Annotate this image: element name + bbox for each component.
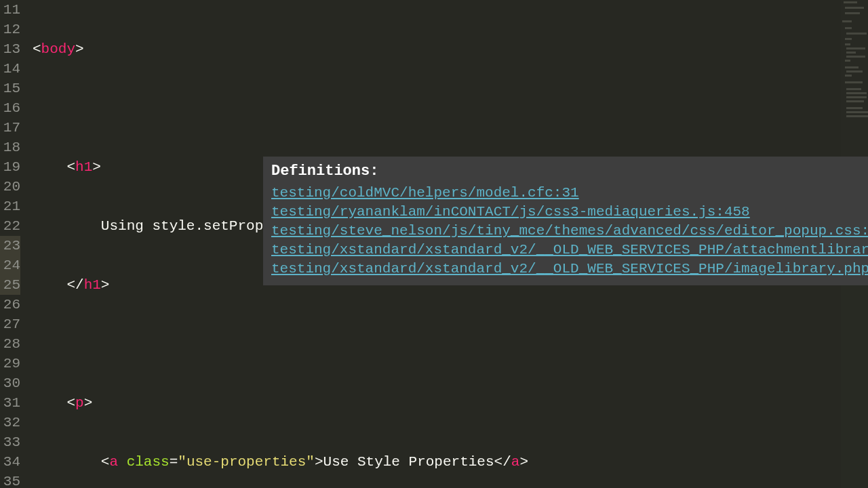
line-number: 32 — [0, 413, 20, 432]
code-line[interactable]: <body> — [33, 39, 868, 59]
tag-a-close: a — [511, 454, 520, 470]
line-number: 27 — [0, 314, 20, 334]
line-number: 28 — [0, 334, 20, 354]
text-content: Use Style Properties — [323, 454, 494, 470]
line-number: 25 — [0, 275, 20, 295]
code-line[interactable] — [33, 334, 868, 354]
line-number: 18 — [0, 138, 20, 157]
definitions-popup: Definitions: testing/coldMVC/helpers/mod… — [263, 157, 868, 285]
line-number: 12 — [0, 20, 20, 39]
attr-value: "use-properties" — [178, 454, 315, 470]
attr-class: class — [127, 454, 170, 470]
line-number: 33 — [0, 432, 20, 452]
tag-p: p — [75, 395, 84, 411]
line-number: 26 — [0, 295, 20, 314]
definition-link[interactable]: testing/steve_nelson/js/tiny_mce/themes/… — [271, 222, 868, 241]
line-number: 29 — [0, 354, 20, 373]
definition-link[interactable]: testing/xstandard/xstandard_v2/__OLD_WEB… — [271, 260, 868, 279]
line-number: 19 — [0, 157, 20, 177]
line-number: 35 — [0, 472, 20, 488]
line-number: 34 — [0, 452, 20, 472]
line-number: 30 — [0, 373, 20, 393]
popup-title: Definitions: — [271, 162, 868, 181]
code-editor[interactable]: 11 12 13 14 15 16 17 18 19 20 21 22 23 2… — [0, 0, 868, 488]
line-number: 21 — [0, 197, 20, 216]
line-number: 17 — [0, 118, 20, 138]
line-number: 31 — [0, 393, 20, 413]
tag-a: a — [109, 454, 118, 470]
code-line[interactable]: <a class="use-properties">Use Style Prop… — [33, 452, 868, 472]
line-number: 15 — [0, 79, 20, 98]
code-line[interactable] — [33, 98, 868, 118]
line-number: 13 — [0, 39, 20, 59]
tag-body: body — [41, 41, 75, 57]
definition-link[interactable]: testing/coldMVC/helpers/model.cfc:31 — [271, 184, 868, 203]
tag-h1: h1 — [75, 159, 92, 175]
definition-link[interactable]: testing/ryananklam/inCONTACT/js/css3-med… — [271, 203, 868, 222]
line-number: 24 — [0, 256, 20, 275]
line-number: 14 — [0, 59, 20, 79]
line-number: 20 — [0, 177, 20, 197]
code-line[interactable]: <p> — [33, 393, 868, 413]
line-number: 23 — [0, 236, 20, 256]
line-number: 16 — [0, 98, 20, 118]
line-number-gutter: 11 12 13 14 15 16 17 18 19 20 21 22 23 2… — [0, 0, 33, 488]
line-number: 11 — [0, 0, 20, 20]
definition-link[interactable]: testing/xstandard/xstandard_v2/__OLD_WEB… — [271, 241, 868, 260]
tag-h1-close: h1 — [84, 277, 101, 293]
line-number: 22 — [0, 216, 20, 236]
